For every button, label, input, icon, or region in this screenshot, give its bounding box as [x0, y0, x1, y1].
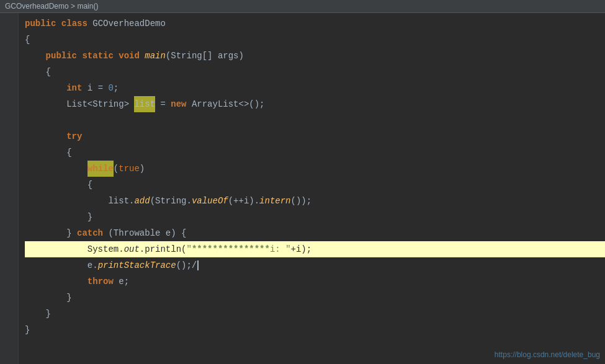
line-gutter: [0, 13, 19, 364]
gutter-mark-13: [9, 209, 14, 225]
gutter-mark-15: [9, 241, 14, 257]
code-line-12: list.add(String.valueOf(++i).intern());: [25, 193, 605, 209]
code-content[interactable]: public class GCOverheadDemo { public sta…: [19, 13, 605, 364]
gutter-mark-5: [9, 80, 14, 96]
editor-container: GCOverheadDemo > main(): [0, 0, 605, 364]
code-line-19: }: [25, 306, 605, 322]
code-line-4: {: [25, 64, 605, 80]
gutter-mark-1: [9, 16, 14, 32]
code-line-10: while(true): [25, 161, 605, 177]
code-line-16: e.printStackTrace();/: [25, 257, 605, 273]
breadcrumb: GCOverheadDemo > main(): [0, 0, 605, 13]
text-cursor: [197, 260, 199, 270]
watermark: https://blog.csdn.net/delete_bug: [495, 350, 600, 359]
code-area[interactable]: public class GCOverheadDemo { public sta…: [0, 13, 605, 364]
code-line-9: {: [25, 144, 605, 161]
code-line-8: try: [25, 128, 605, 144]
code-line-7: [25, 112, 605, 128]
gutter-mark-2: [9, 32, 14, 48]
gutter-mark-17: [9, 273, 14, 290]
code-line-3: public static void main(String[] args): [25, 48, 605, 64]
gutter-mark-18: [9, 290, 14, 306]
gutter-mark-6: [9, 96, 14, 112]
gutter-mark-8: [9, 128, 14, 144]
code-line-6: List<String> list = new ArrayList<>();: [25, 96, 605, 112]
code-line-5: int i = 0;: [25, 80, 605, 96]
gutter-mark-9: [9, 144, 14, 161]
gutter-mark-11: [9, 177, 14, 193]
gutter-mark-16: [9, 257, 14, 273]
code-line-2: {: [25, 32, 605, 48]
code-line-14: } catch (Throwable e) {: [25, 225, 605, 241]
gutter-mark-20: [9, 322, 14, 338]
code-line-11: {: [25, 177, 605, 193]
gutter-mark-4: [9, 64, 14, 80]
gutter-mark-19: [9, 306, 14, 322]
gutter-mark-3: [9, 48, 14, 64]
code-line-13: }: [25, 209, 605, 225]
code-line-18: }: [25, 290, 605, 306]
code-line-17: throw e;: [25, 273, 605, 290]
gutter-mark-14: [9, 225, 14, 241]
code-line-1: public class GCOverheadDemo: [25, 16, 605, 32]
code-line-15: System.out.println("***************i: "+…: [25, 241, 605, 257]
gutter-mark-10: [9, 161, 14, 177]
code-line-20: }: [25, 322, 605, 338]
gutter-mark-12: [9, 193, 14, 209]
gutter-mark-7: [9, 112, 14, 128]
